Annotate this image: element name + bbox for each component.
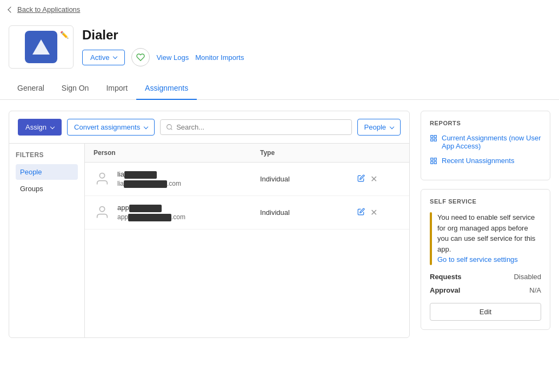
tab-general[interactable]: General xyxy=(9,77,53,100)
app-logo-svg xyxy=(31,37,51,57)
current-assignments-label: Current Assignments (now User App Access… xyxy=(442,134,541,150)
chevron-down-icon xyxy=(390,124,394,129)
requests-value: Disabled xyxy=(514,273,541,281)
approval-label: Approval xyxy=(430,286,460,294)
avatar-icon xyxy=(94,170,111,187)
svg-rect-6 xyxy=(434,136,436,138)
tabs-bar: General Sign On Import Assignments xyxy=(0,77,559,100)
filter-item-groups[interactable]: Groups xyxy=(16,181,78,197)
column-type: Type xyxy=(260,149,357,157)
grid-icon xyxy=(430,157,437,165)
app-header: ✏️ Dialer Active View Logs Monitor Impor… xyxy=(0,19,559,77)
person-name: app xyxy=(117,204,185,212)
filters-column: Filters People Groups xyxy=(9,144,85,337)
chevron-down-icon xyxy=(50,124,55,129)
person-cell: app app.com xyxy=(94,204,260,221)
person-info: lia lia.com xyxy=(117,170,181,187)
current-assignments-link[interactable]: Current Assignments (now User App Access… xyxy=(430,134,541,150)
reports-card: REPORTS Current Assignments (now User Ap… xyxy=(421,111,550,180)
edit-logo-button[interactable]: ✏️ xyxy=(59,29,70,40)
filter-item-people[interactable]: People xyxy=(16,164,78,180)
self-service-title: SELF SERVICE xyxy=(430,198,541,205)
edit-icon xyxy=(357,174,365,182)
chevron-down-icon xyxy=(113,55,117,59)
edit-assignment-button[interactable] xyxy=(357,208,365,217)
user-icon xyxy=(95,205,110,220)
approval-value: N/A xyxy=(529,286,541,294)
recent-unassignments-label: Recent Unassignments xyxy=(442,157,514,165)
search-input[interactable] xyxy=(176,123,345,131)
edit-self-service-button[interactable]: Edit xyxy=(430,303,541,321)
filters-table-area: Filters People Groups Person Type xyxy=(9,144,409,337)
main-content: Assign Convert assignments People xyxy=(0,100,559,349)
people-filter-button[interactable]: People xyxy=(357,119,401,136)
recent-unassignments-link[interactable]: Recent Unassignments xyxy=(430,157,541,165)
app-name: Dialer xyxy=(82,28,244,43)
right-panel: REPORTS Current Assignments (now User Ap… xyxy=(421,111,550,338)
chevron-down-icon xyxy=(144,124,148,129)
edit-assignment-button[interactable] xyxy=(357,174,365,184)
svg-rect-12 xyxy=(434,161,436,164)
svg-rect-8 xyxy=(434,139,436,141)
redacted-name xyxy=(129,205,162,212)
remove-assignment-button[interactable]: ✕ xyxy=(370,207,377,218)
person-email: app.com xyxy=(117,213,185,221)
type-cell: Individual xyxy=(260,175,357,183)
convert-assignments-button[interactable]: Convert assignments xyxy=(67,119,155,136)
column-person: Person xyxy=(94,149,260,157)
redacted-email xyxy=(124,180,167,188)
table-row: app app.com Individual xyxy=(85,196,409,229)
requests-label: Requests xyxy=(430,273,462,281)
assignments-table: Person Type xyxy=(85,144,409,337)
svg-point-3 xyxy=(99,173,104,178)
empty-table-area xyxy=(85,229,409,337)
self-service-card: SELF SERVICE You need to enable self ser… xyxy=(421,189,550,330)
requests-row: Requests Disabled xyxy=(430,273,541,281)
status-button[interactable]: Active xyxy=(82,50,125,65)
svg-rect-11 xyxy=(431,161,433,164)
svg-point-4 xyxy=(99,207,104,212)
app-title-area: Dialer Active View Logs Monitor Imports xyxy=(82,28,244,66)
svg-rect-10 xyxy=(434,158,436,160)
approval-row: Approval N/A xyxy=(430,286,541,294)
arrow-left-icon xyxy=(8,6,14,12)
tab-assignments[interactable]: Assignments xyxy=(136,77,197,100)
convert-label: Convert assignments xyxy=(74,123,140,131)
heart-icon xyxy=(136,53,145,62)
person-info: app app.com xyxy=(117,204,185,221)
people-label: People xyxy=(364,123,386,131)
filters-title: Filters xyxy=(16,151,78,159)
person-email: lia.com xyxy=(117,180,181,188)
redacted-email xyxy=(128,214,171,221)
assign-button[interactable]: Assign xyxy=(18,119,62,136)
remove-assignment-button[interactable]: ✕ xyxy=(370,174,377,184)
app-actions: Active View Logs Monitor Imports xyxy=(82,48,244,66)
reports-title: REPORTS xyxy=(430,120,541,126)
status-label: Active xyxy=(90,53,109,62)
self-service-warning-text: You need to enable self service for org … xyxy=(437,212,541,265)
svg-line-2 xyxy=(171,129,172,130)
assign-label: Assign xyxy=(25,123,46,131)
tab-sign-on[interactable]: Sign On xyxy=(53,77,98,100)
self-service-warning: You need to enable self service for org … xyxy=(430,212,541,265)
tab-import[interactable]: Import xyxy=(97,77,136,100)
avatar-icon xyxy=(94,204,111,221)
search-icon xyxy=(166,124,173,131)
svg-point-1 xyxy=(167,125,172,130)
app-logo-container: ✏️ xyxy=(9,25,74,69)
back-link-label: Back to Applications xyxy=(17,5,80,13)
back-to-applications-link[interactable]: Back to Applications xyxy=(0,0,559,19)
actions-cell: ✕ xyxy=(357,207,401,218)
heart-icon-button[interactable] xyxy=(131,48,150,66)
grid-icon xyxy=(430,134,437,142)
svg-rect-7 xyxy=(431,139,433,141)
search-container[interactable] xyxy=(160,119,351,135)
self-service-settings-link[interactable]: Go to self service settings xyxy=(437,255,518,263)
svg-rect-5 xyxy=(431,136,433,138)
actions-cell: ✕ xyxy=(357,174,401,184)
person-cell: lia lia.com xyxy=(94,170,260,187)
table-row: lia lia.com Individual xyxy=(85,163,409,196)
redacted-name xyxy=(124,171,157,179)
monitor-imports-link[interactable]: Monitor Imports xyxy=(195,53,244,62)
view-logs-link[interactable]: View Logs xyxy=(156,53,189,62)
